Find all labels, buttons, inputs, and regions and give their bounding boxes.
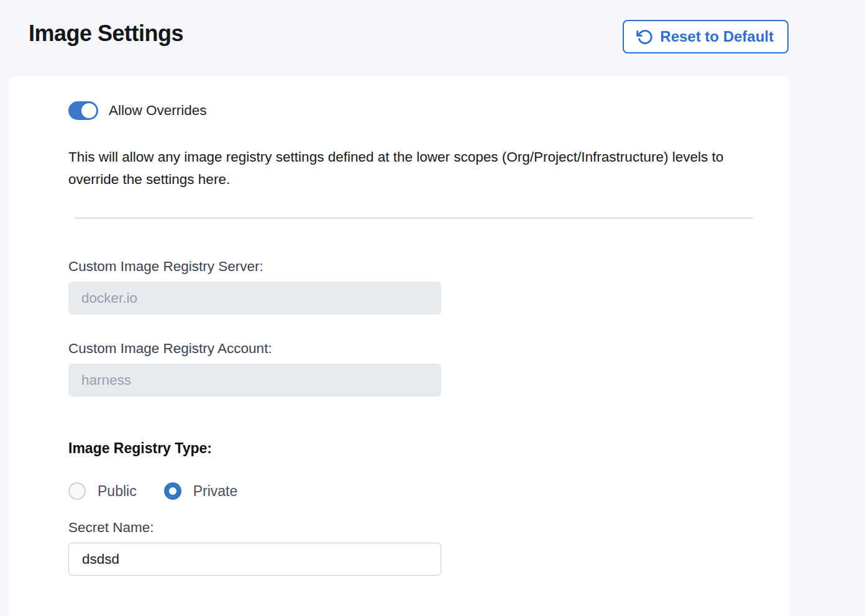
allow-overrides-toggle[interactable] (68, 101, 98, 120)
radio-checked-icon (164, 482, 181, 500)
registry-server-label: Custom Image Registry Server: (68, 259, 790, 275)
radio-unchecked-icon (68, 482, 86, 500)
rotate-ccw-icon (636, 29, 653, 45)
reset-button-label: Reset to Default (660, 28, 774, 45)
secret-name-input[interactable] (68, 543, 441, 576)
registry-account-input[interactable] (68, 364, 441, 397)
secret-name-label: Secret Name: (68, 520, 790, 536)
image-settings-card: Allow Overrides This will allow any imag… (9, 76, 790, 616)
secret-name-group: Secret Name: (68, 520, 790, 576)
overrides-description: This will allow any image registry setti… (68, 146, 761, 191)
divider (75, 218, 753, 219)
registry-account-label: Custom Image Registry Account: (68, 341, 790, 357)
page: { "header": { "title": "Image Settings",… (0, 0, 865, 616)
radio-option-private[interactable]: Private (164, 482, 238, 500)
registry-server-input[interactable] (68, 282, 441, 315)
page-title: Image Settings (29, 21, 183, 47)
registry-server-group: Custom Image Registry Server: (68, 259, 790, 315)
reset-to-default-button[interactable]: Reset to Default (623, 20, 789, 53)
radio-private-label: Private (193, 483, 238, 500)
registry-account-group: Custom Image Registry Account: (68, 341, 790, 397)
registry-type-label: Image Registry Type: (68, 440, 790, 457)
toggle-knob-icon (81, 103, 96, 118)
radio-option-public[interactable]: Public (68, 482, 137, 500)
allow-overrides-row: Allow Overrides (68, 101, 790, 120)
radio-public-label: Public (98, 483, 137, 500)
registry-type-radio-group: Public Private (68, 482, 790, 500)
allow-overrides-label: Allow Overrides (109, 103, 207, 119)
